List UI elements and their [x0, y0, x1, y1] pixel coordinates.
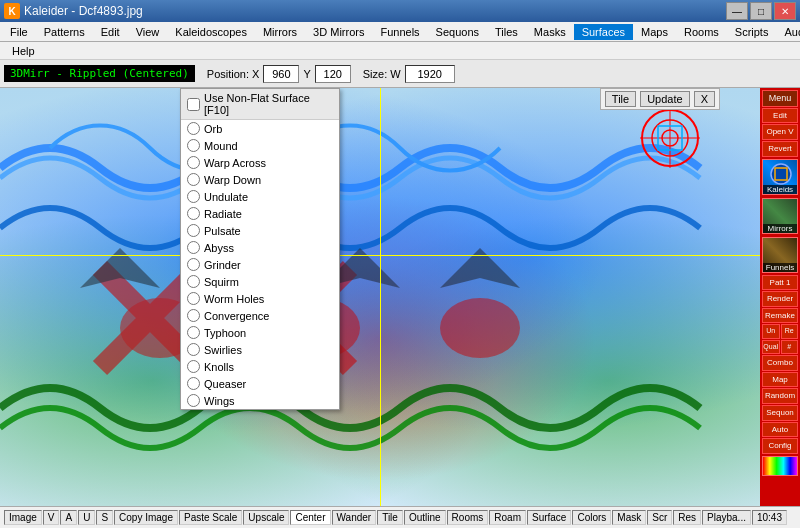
menu-funnels[interactable]: Funnels	[372, 24, 427, 40]
status-playback[interactable]: Playba...	[702, 510, 751, 525]
surface-warp-down[interactable]: Warp Down	[181, 171, 339, 188]
maximize-button[interactable]: □	[750, 2, 772, 20]
surface-warp-across[interactable]: Warp Across	[181, 154, 339, 171]
status-scr[interactable]: Scr	[647, 510, 672, 525]
surface-squirm-radio[interactable]	[187, 275, 200, 288]
menu-audio-video[interactable]: Audio/Video	[776, 24, 800, 40]
kaleids-thumb[interactable]: Kaleids	[762, 159, 798, 195]
dropdown-header[interactable]: Use Non-Flat Surface [F10]	[181, 89, 339, 120]
surface-wings-radio[interactable]	[187, 394, 200, 407]
sidebar-render-button[interactable]: Render	[762, 291, 798, 307]
sidebar-hash-button[interactable]: #	[781, 340, 799, 354]
sidebar-qual-button[interactable]: Qual	[762, 340, 780, 354]
status-image[interactable]: Image	[4, 510, 42, 525]
menu-kaleidoscopes[interactable]: Kaleidoscopes	[167, 24, 255, 40]
y-position-input[interactable]	[315, 65, 351, 83]
menu-sequons[interactable]: Sequons	[428, 24, 487, 40]
sidebar-sequon-button[interactable]: Sequon	[762, 405, 798, 421]
surface-radiate-radio[interactable]	[187, 207, 200, 220]
menu-file[interactable]: File	[2, 24, 36, 40]
surface-worm-holes[interactable]: Worm Holes	[181, 290, 339, 307]
width-input[interactable]	[405, 65, 455, 83]
status-tile[interactable]: Tile	[377, 510, 403, 525]
tile-close-button[interactable]: X	[694, 91, 715, 107]
surface-squirm[interactable]: Squirm	[181, 273, 339, 290]
status-upscale[interactable]: Upscale	[243, 510, 289, 525]
tile-button[interactable]: Tile	[605, 91, 636, 107]
surface-undulate[interactable]: Undulate	[181, 188, 339, 205]
surface-orb-radio[interactable]	[187, 122, 200, 135]
close-button[interactable]: ✕	[774, 2, 796, 20]
menu-help[interactable]: Help	[4, 43, 43, 59]
sidebar-un-button[interactable]: Un	[762, 324, 780, 338]
menu-tiles[interactable]: Tiles	[487, 24, 526, 40]
surface-radiate[interactable]: Radiate	[181, 205, 339, 222]
minimize-button[interactable]: —	[726, 2, 748, 20]
status-paste-scale[interactable]: Paste Scale	[179, 510, 242, 525]
status-s[interactable]: S	[96, 510, 113, 525]
menu-maps[interactable]: Maps	[633, 24, 676, 40]
update-button[interactable]: Update	[640, 91, 689, 107]
menu-3d-mirrors[interactable]: 3D Mirrors	[305, 24, 372, 40]
surface-warp-across-radio[interactable]	[187, 156, 200, 169]
menu-view[interactable]: View	[128, 24, 168, 40]
surface-undulate-radio[interactable]	[187, 190, 200, 203]
menu-patterns[interactable]: Patterns	[36, 24, 93, 40]
surface-abyss[interactable]: Abyss	[181, 239, 339, 256]
surface-mound-radio[interactable]	[187, 139, 200, 152]
funnels-thumb[interactable]: Funnels	[762, 237, 798, 273]
surface-pulsate[interactable]: Pulsate	[181, 222, 339, 239]
surface-knolls-radio[interactable]	[187, 360, 200, 373]
surface-convergence-radio[interactable]	[187, 309, 200, 322]
color-picker-thumb[interactable]	[762, 456, 798, 476]
sidebar-config-button[interactable]: Config	[762, 438, 798, 454]
surface-warp-down-radio[interactable]	[187, 173, 200, 186]
surface-abyss-radio[interactable]	[187, 241, 200, 254]
menu-mirrors[interactable]: Mirrors	[255, 24, 305, 40]
surface-orb[interactable]: Orb	[181, 120, 339, 137]
status-res[interactable]: Res	[673, 510, 701, 525]
x-position-input[interactable]	[263, 65, 299, 83]
sidebar-map-button[interactable]: Map	[762, 372, 798, 388]
canvas-area[interactable]: Tile Update X Use Non-Flat Surface [F10]…	[0, 88, 760, 506]
status-colors[interactable]: Colors	[572, 510, 611, 525]
sidebar-edit-button[interactable]: Edit	[762, 108, 798, 124]
status-outline[interactable]: Outline	[404, 510, 446, 525]
surface-swirlies-radio[interactable]	[187, 343, 200, 356]
menu-edit[interactable]: Edit	[93, 24, 128, 40]
sidebar-random-button[interactable]: Random	[762, 388, 798, 404]
status-v[interactable]: V	[43, 510, 60, 525]
surface-mound[interactable]: Mound	[181, 137, 339, 154]
surface-swirlies[interactable]: Swirlies	[181, 341, 339, 358]
surface-convergence[interactable]: Convergence	[181, 307, 339, 324]
status-roam[interactable]: Roam	[489, 510, 526, 525]
surface-queaser-radio[interactable]	[187, 377, 200, 390]
sidebar-menu-button[interactable]: Menu	[762, 90, 798, 107]
menu-rooms[interactable]: Rooms	[676, 24, 727, 40]
mirrors-thumb[interactable]: Mirrors	[762, 198, 798, 234]
sidebar-remake-button[interactable]: Remake	[762, 308, 798, 324]
surface-queaser[interactable]: Queaser	[181, 375, 339, 392]
sidebar-open-v-button[interactable]: Open V	[762, 124, 798, 140]
status-surface[interactable]: Surface	[527, 510, 571, 525]
sidebar-auto-button[interactable]: Auto	[762, 422, 798, 438]
status-a[interactable]: A	[60, 510, 77, 525]
surface-pulsate-radio[interactable]	[187, 224, 200, 237]
menu-scripts[interactable]: Scripts	[727, 24, 777, 40]
surface-knolls[interactable]: Knolls	[181, 358, 339, 375]
sidebar-re-button[interactable]: Re	[781, 324, 799, 338]
status-copy-image[interactable]: Copy Image	[114, 510, 178, 525]
status-center[interactable]: Center	[290, 510, 330, 525]
use-non-flat-checkbox[interactable]	[187, 98, 200, 111]
surface-typhoon[interactable]: Typhoon	[181, 324, 339, 341]
sidebar-revert-button[interactable]: Revert	[762, 141, 798, 157]
surface-typhoon-radio[interactable]	[187, 326, 200, 339]
surface-wings[interactable]: Wings	[181, 392, 339, 409]
surface-worm-holes-radio[interactable]	[187, 292, 200, 305]
menu-masks[interactable]: Masks	[526, 24, 574, 40]
sidebar-combo-button[interactable]: Combo	[762, 355, 798, 371]
surface-grinder-radio[interactable]	[187, 258, 200, 271]
menu-surfaces[interactable]: Surfaces	[574, 24, 633, 40]
status-u[interactable]: U	[78, 510, 95, 525]
status-wander[interactable]: Wander	[332, 510, 377, 525]
